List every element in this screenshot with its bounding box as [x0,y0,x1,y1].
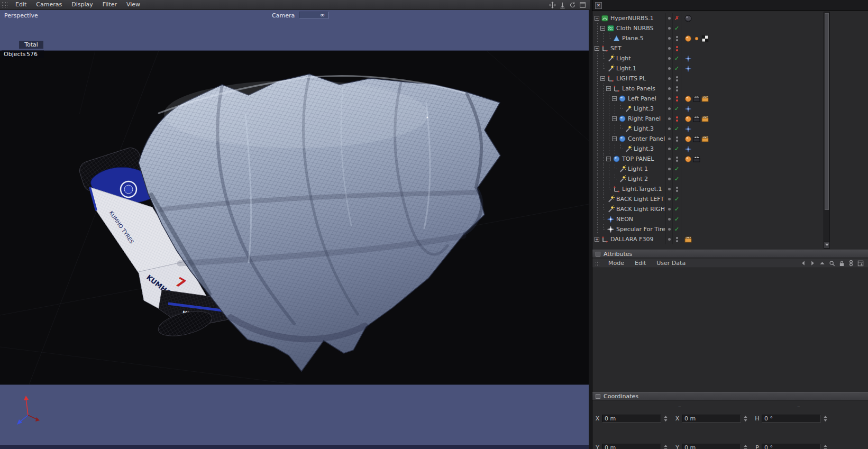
expander-toggle[interactable]: − [612,116,617,121]
forward-icon[interactable] [810,260,816,266]
layer-color-toggle[interactable] [666,224,673,234]
object-row[interactable]: −LIGHTS PL [592,74,824,84]
menu-item-view[interactable]: View [122,0,145,10]
object-row[interactable]: Light 1✓ [592,164,824,174]
visibility-toggle[interactable] [673,134,681,144]
close-icon[interactable]: ✕ [595,2,602,9]
phong-tag-icon[interactable] [684,35,692,42]
scrollbar-down-button[interactable] [824,241,829,248]
stepper-icon[interactable] [663,415,668,423]
stepper-icon[interactable] [663,444,668,449]
target-tag-icon[interactable] [684,65,692,72]
object-row[interactable]: Light.Target.1 [592,184,824,194]
visibility-toggle[interactable] [673,33,681,43]
layer-color-toggle[interactable] [666,144,673,154]
scrollbar-thumb[interactable] [825,13,829,210]
layer-color-toggle[interactable] [666,184,673,194]
tab-mode[interactable]: Mode [603,260,629,267]
layer-color-toggle[interactable] [666,174,673,184]
toolbar-drag-handle-icon[interactable] [595,260,600,267]
layer-color-toggle[interactable] [666,53,673,63]
compositing-tag-icon[interactable] [693,135,700,143]
layer-color-toggle[interactable] [666,114,673,124]
checker-tag-icon[interactable] [701,35,709,42]
stepper-icon[interactable] [823,415,828,423]
object-row[interactable]: Light.3✓ [592,144,824,154]
expander-toggle[interactable]: − [606,86,611,91]
viewport-3d[interactable]: Perspective Camera ∞ Total Objects 576 [0,10,589,449]
visibility-toggle[interactable] [673,84,681,94]
stepper-icon[interactable] [743,444,748,449]
compositing-orange-tag-icon[interactable] [701,135,709,143]
stepper-icon[interactable] [823,444,828,449]
object-row[interactable]: Specular For Tires✓ [592,224,824,234]
menu-item-edit[interactable]: Edit [11,0,31,10]
lock-icon[interactable] [839,260,845,267]
link-icon[interactable] [848,260,854,267]
menu-drag-handle-icon[interactable] [2,2,8,8]
object-row[interactable]: NEON✓ [592,214,824,224]
layer-color-toggle[interactable] [666,43,673,53]
target-tag-icon[interactable] [684,145,692,153]
field-input[interactable]: 0 m [682,415,741,423]
enabled-check-icon[interactable]: ✓ [673,53,681,63]
newpanel-icon[interactable] [857,260,864,267]
menu-item-display[interactable]: Display [67,0,98,10]
object-row[interactable]: −SET [592,43,824,53]
phong-tag-icon[interactable] [684,115,692,123]
field-input[interactable]: 0 m [682,444,741,449]
visibility-toggle[interactable] [673,43,681,53]
layer-color-toggle[interactable] [666,104,673,114]
menu-item-filter[interactable]: Filter [98,0,122,10]
layer-color-toggle[interactable] [666,214,673,224]
field-input[interactable]: 0 ° [762,444,821,449]
object-row[interactable]: BACK Light RIGHT✓ [592,204,824,214]
field-input[interactable]: 0 m [602,444,661,449]
enabled-check-icon[interactable]: ✓ [673,174,681,184]
object-row[interactable]: −Center Panel [592,134,824,144]
object-row[interactable]: −HyperNURBS.1✗ [592,13,824,23]
layer-color-toggle[interactable] [666,13,673,23]
layer-color-toggle[interactable] [666,124,673,134]
expander-toggle[interactable]: − [600,76,605,81]
layer-color-toggle[interactable] [666,23,673,33]
target-tag-icon[interactable] [684,125,692,133]
object-row[interactable]: Light 2✓ [592,174,824,184]
expander-toggle[interactable]: − [595,46,599,51]
back-icon[interactable] [800,260,806,266]
object-row[interactable]: Plane.5 [592,33,824,43]
camera-control[interactable]: Camera ∞ [272,12,328,19]
layer-color-toggle[interactable] [666,74,673,84]
enabled-check-icon[interactable]: ✓ [673,204,681,214]
orange-dot-tag-icon[interactable] [693,35,700,42]
enabled-check-icon[interactable]: ✓ [673,194,681,204]
enabled-check-icon[interactable]: ✓ [673,144,681,154]
expander-toggle[interactable]: + [595,237,599,242]
layer-color-toggle[interactable] [666,84,673,94]
visibility-toggle[interactable] [673,234,681,244]
object-row[interactable]: −TOP PANEL [592,154,824,164]
enabled-check-icon[interactable]: ✓ [673,224,681,234]
expander-toggle[interactable]: − [595,16,599,21]
search-icon[interactable] [829,260,835,267]
layer-color-toggle[interactable] [666,234,673,244]
visibility-toggle[interactable] [673,154,681,164]
compositing-orange-tag-icon[interactable] [701,115,709,123]
enabled-check-icon[interactable]: ✓ [673,164,681,174]
layer-color-toggle[interactable] [666,164,673,174]
stepper-icon[interactable] [743,415,748,423]
phong-tag-icon[interactable] [684,135,692,143]
visibility-toggle[interactable] [673,74,681,84]
object-row[interactable]: Light✓ [592,53,824,63]
enabled-check-icon[interactable]: ✓ [673,104,681,114]
expander-toggle[interactable]: − [612,136,617,141]
object-manager-scrollbar[interactable] [824,12,830,249]
visibility-toggle[interactable] [673,114,681,124]
layer-color-toggle[interactable] [666,194,673,204]
menu-item-cameras[interactable]: Cameras [31,0,67,10]
layer-color-toggle[interactable] [666,134,673,144]
object-row[interactable]: −Left Panel [592,94,824,104]
maximize-icon[interactable] [579,2,586,8]
layer-color-toggle[interactable] [666,154,673,164]
target-tag-icon[interactable] [684,55,692,62]
